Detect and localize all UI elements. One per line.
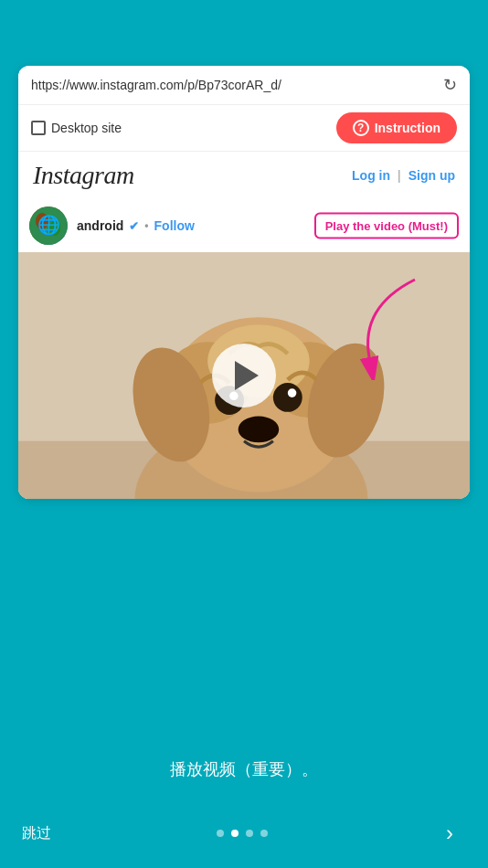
dot-4 (260, 830, 268, 837)
dot-separator: • (144, 219, 148, 232)
arrow-annotation (333, 270, 442, 384)
auth-separator: | (398, 168, 401, 183)
question-icon: ? (353, 120, 369, 136)
checkbox-box (31, 121, 46, 135)
url-bar: https://www.instagram.com/p/Bp73corAR_d/ (31, 78, 434, 92)
browser-card: https://www.instagram.com/p/Bp73corAR_d/… (18, 66, 470, 499)
svg-text:🌐: 🌐 (37, 214, 60, 236)
instruction-button-label: Instruction (375, 121, 440, 135)
next-button[interactable]: › (433, 817, 466, 850)
dot-2 (231, 830, 239, 837)
post-header: 🌐 android ✔ • Follow Play the video (Mus… (18, 199, 470, 252)
dot-1 (217, 830, 224, 837)
skip-button[interactable]: 跳过 (22, 824, 51, 843)
svg-point-17 (288, 388, 297, 397)
browser-toolbar: https://www.instagram.com/p/Bp73corAR_d/… (18, 66, 470, 105)
svg-point-15 (273, 383, 302, 412)
instagram-logo: Instagram (33, 161, 134, 190)
username: android (77, 218, 123, 233)
pagination-dots (217, 830, 268, 837)
verified-badge: ✔ (129, 219, 139, 233)
reload-button[interactable]: ↻ (443, 75, 457, 95)
post-user-info: android ✔ • Follow (77, 218, 195, 233)
play-triangle-icon (235, 361, 259, 390)
instruction-button[interactable]: ? Instruction (336, 112, 457, 143)
instagram-header: Instagram Log in | Sign up (18, 152, 470, 199)
browser-options: Desktop site ? Instruction (18, 105, 470, 152)
bottom-nav: 跳过 › (0, 817, 488, 850)
desktop-site-label: Desktop site (51, 121, 122, 135)
dot-3 (246, 830, 253, 837)
desktop-site-checkbox[interactable]: Desktop site (31, 121, 122, 135)
signup-link[interactable]: Sign up (408, 168, 455, 183)
instagram-auth: Log in | Sign up (352, 168, 455, 183)
follow-button[interactable]: Follow (154, 218, 195, 233)
video-container[interactable] (18, 252, 470, 499)
instruction-text: 播放视频（重要）。 (170, 758, 318, 780)
play-button-overlay[interactable] (212, 344, 276, 408)
svg-point-18 (239, 417, 280, 443)
avatar: 🌐 (29, 206, 68, 245)
bottom-section: 播放视频（重要）。 跳过 › (0, 612, 488, 868)
play-video-callout[interactable]: Play the video (Must!) (314, 213, 459, 239)
login-link[interactable]: Log in (352, 168, 390, 183)
